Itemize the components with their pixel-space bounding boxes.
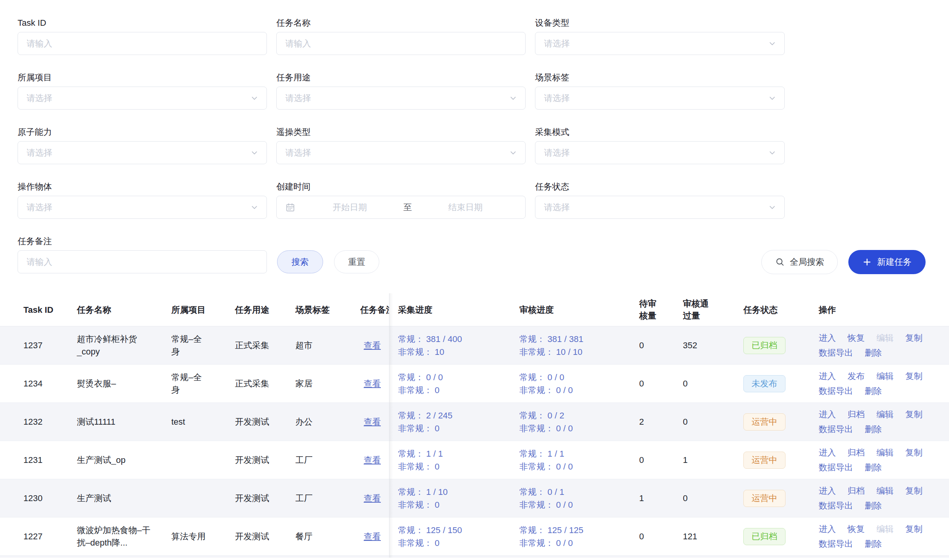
view-remark-link[interactable]: 查看 [364, 455, 381, 465]
remark-cell: 查看 [360, 377, 389, 390]
header-collect: 采集进度 [398, 304, 515, 316]
view-remark-link[interactable]: 查看 [364, 340, 381, 350]
action-delete[interactable]: 删除 [865, 500, 882, 512]
filter-field-collect-mode: 采集模式 请选择 [535, 126, 785, 164]
action-copy[interactable]: 复制 [905, 408, 922, 421]
action-copy[interactable]: 复制 [905, 447, 922, 459]
project-select[interactable]: 请选择 [18, 87, 267, 110]
action-enter[interactable]: 进入 [819, 408, 836, 421]
action-export[interactable]: 数据导出 [819, 423, 853, 436]
progress-line: 常规： 0 / 0 [398, 371, 515, 384]
task-id-input[interactable] [18, 32, 267, 55]
progress-line: 非常规： 10 [398, 346, 515, 358]
action-edit[interactable]: 编辑 [876, 447, 894, 459]
action-enter[interactable]: 进入 [819, 370, 836, 383]
progress-line: 常规： 1 / 10 [398, 486, 515, 498]
project-cell: 常规–全身 [171, 371, 210, 396]
reset-button[interactable]: 重置 [334, 250, 379, 273]
end-date-placeholder[interactable]: 结束日期 [414, 202, 517, 213]
scene-tag-select[interactable]: 请选择 [535, 87, 785, 110]
view-remark-link[interactable]: 查看 [364, 379, 381, 388]
task-table: Task ID 任务名称 所属项目 任务用途 场景标签 任务备注 采集进度 审核… [0, 293, 949, 558]
filter-panel: Task ID 任务名称 设备类型 请选择 所属项目 请选择 [0, 0, 949, 273]
progress-line: 非常规： 10 / 10 [519, 346, 634, 358]
collect-progress-cell: 常规： 1 / 1非常规： 0 [398, 447, 515, 473]
new-task-button[interactable]: 新建任务 [848, 250, 926, 274]
operate-object-select[interactable]: 请选择 [18, 196, 267, 219]
action-delete[interactable]: 删除 [865, 461, 882, 474]
view-remark-link[interactable]: 查看 [364, 532, 381, 541]
action-restore[interactable]: 恢复 [848, 523, 865, 535]
action-enter[interactable]: 进入 [819, 485, 836, 497]
action-edit[interactable]: 编辑 [876, 370, 894, 383]
chevron-down-icon [251, 204, 258, 211]
action-archive[interactable]: 归档 [848, 447, 865, 459]
table-header: Task ID 任务名称 所属项目 任务用途 场景标签 任务备注 采集进度 审核… [0, 293, 949, 326]
action-copy[interactable]: 复制 [905, 485, 922, 497]
action-enter[interactable]: 进入 [819, 447, 836, 459]
start-date-placeholder[interactable]: 开始日期 [299, 202, 401, 213]
action-copy[interactable]: 复制 [905, 523, 922, 535]
global-search-button[interactable]: 全局搜索 [761, 250, 838, 274]
global-search-label: 全局搜索 [790, 256, 824, 268]
create-time-range-picker[interactable]: 开始日期 至 结束日期 [276, 196, 526, 219]
action-edit[interactable]: 编辑 [876, 485, 894, 497]
header-actions: 操作 [819, 304, 944, 316]
review-progress-cell: 常规： 125 / 125非常规： 0 / 0 [519, 524, 634, 549]
progress-line: 非常规： 0 / 0 [519, 384, 634, 397]
status-cell: 运营中 [743, 452, 814, 469]
action-export[interactable]: 数据导出 [819, 538, 853, 550]
filter-label: 任务状态 [535, 181, 785, 193]
progress-line: 非常规： 0 [398, 422, 515, 435]
filter-label: 任务用途 [276, 72, 526, 83]
filter-label: 遥操类型 [276, 126, 526, 138]
action-copy[interactable]: 复制 [905, 332, 922, 344]
collect-mode-select[interactable]: 请选择 [535, 141, 785, 164]
task-remark-input[interactable] [18, 250, 267, 273]
teleop-type-select[interactable]: 请选择 [276, 141, 526, 164]
action-delete[interactable]: 删除 [865, 385, 882, 397]
action-restore[interactable]: 恢复 [848, 332, 865, 344]
action-enter[interactable]: 进入 [819, 332, 836, 344]
action-export[interactable]: 数据导出 [819, 385, 853, 397]
chevron-down-icon [769, 149, 776, 156]
search-button[interactable]: 搜索 [277, 250, 323, 273]
action-edit: 编辑 [876, 332, 894, 344]
passed-count-cell: 0 [683, 416, 728, 428]
action-archive[interactable]: 归档 [848, 485, 865, 497]
action-delete[interactable]: 删除 [865, 347, 882, 359]
select-placeholder: 请选择 [27, 147, 52, 159]
action-export[interactable]: 数据导出 [819, 461, 853, 474]
purpose-cell: 开发测试 [235, 530, 290, 543]
select-placeholder: 请选择 [544, 202, 570, 213]
action-delete[interactable]: 删除 [865, 538, 882, 550]
progress-line: 非常规： 0 / 0 [519, 460, 634, 473]
action-archive[interactable]: 归档 [848, 408, 865, 421]
action-enter[interactable]: 进入 [819, 523, 836, 535]
select-placeholder: 请选择 [27, 202, 52, 213]
filter-field-purpose: 任务用途 请选择 [276, 72, 526, 110]
task-status-select[interactable]: 请选择 [535, 196, 785, 219]
action-delete[interactable]: 删除 [865, 423, 882, 436]
view-remark-link[interactable]: 查看 [364, 493, 381, 503]
action-export[interactable]: 数据导出 [819, 347, 853, 359]
scene-cell: 超市 [295, 339, 354, 352]
filter-field-teleop-type: 遥操类型 请选择 [276, 126, 526, 164]
task-purpose-select[interactable]: 请选择 [276, 87, 526, 110]
task-name-input[interactable] [276, 32, 526, 55]
view-remark-link[interactable]: 查看 [364, 417, 381, 427]
review-progress-cell: 常规： 381 / 381非常规： 10 / 10 [519, 333, 634, 358]
device-type-select[interactable]: 请选择 [535, 32, 785, 55]
atomic-ability-select[interactable]: 请选择 [18, 141, 267, 164]
remark-cell: 查看 [360, 530, 389, 543]
filter-label: 操作物体 [18, 181, 267, 193]
action-edit[interactable]: 编辑 [876, 408, 894, 421]
filter-field-task-remark: 任务备注 [18, 236, 267, 273]
select-placeholder: 请选择 [544, 38, 570, 50]
row-actions: 进入归档编辑复制数据导出删除 [819, 408, 944, 436]
task-name-cell: 测试11111 [77, 416, 153, 428]
action-copy[interactable]: 复制 [905, 370, 922, 383]
action-publish[interactable]: 发布 [848, 370, 865, 383]
project-cell: test [171, 416, 210, 428]
action-export[interactable]: 数据导出 [819, 500, 853, 512]
